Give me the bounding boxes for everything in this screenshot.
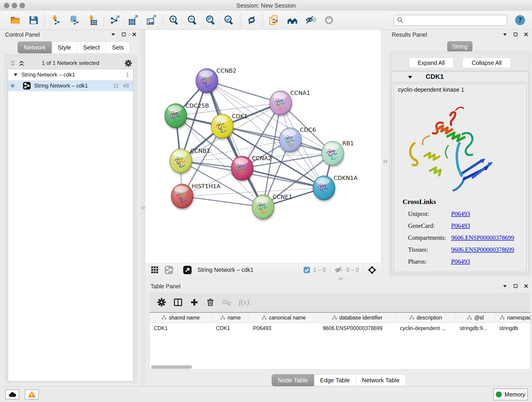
table-cell[interactable]: 9606.ENSP00000378699 [319,323,396,334]
birdseye-grid-icon[interactable] [151,266,159,274]
panel-menu-icon[interactable] [502,32,508,37]
node-label: CCNB1 [190,148,210,154]
home-button[interactable] [286,14,298,27]
selected-checkbox-icon[interactable] [303,266,310,274]
control-panel-splitter[interactable] [140,30,146,386]
expand-all-button[interactable]: Expand All [409,57,454,68]
refresh-button[interactable] [246,14,258,27]
hidden-eye-slash-icon[interactable] [334,265,343,274]
show-hidden-button[interactable] [323,14,335,27]
zoom-in-button[interactable] [168,14,180,27]
panel-close-icon[interactable] [523,32,529,37]
network-edge[interactable] [207,81,281,103]
network-edge[interactable] [242,168,324,188]
memory-button[interactable]: Memory [493,389,528,400]
panel-menu-icon[interactable] [502,283,508,289]
copy-network-button[interactable] [268,14,280,27]
export-network-button[interactable] [109,14,121,27]
add-column-icon[interactable] [190,298,199,307]
tab-network-table[interactable]: Network Table [356,374,406,386]
panel-float-icon[interactable] [513,283,518,289]
panel-float-icon[interactable] [513,32,518,37]
save-session-button[interactable] [27,14,39,27]
table-tabs: Node TableEdge TableNetwork Table [146,374,532,386]
tab-select[interactable]: Select [77,41,106,53]
fit-content-icon[interactable] [367,265,377,274]
panel-float-icon[interactable] [121,32,127,37]
tab-sets[interactable]: Sets [106,41,130,53]
zoom-selected-button[interactable] [223,14,235,27]
column-header-description[interactable]: description [396,313,456,323]
delete-column-icon[interactable] [206,298,215,307]
column-header-canonical-name[interactable]: canonical name [249,313,319,323]
gene-collapse-icon[interactable] [407,74,413,80]
panel-menu-icon[interactable] [110,32,116,37]
column-header--id[interactable]: @id [456,313,495,323]
column-header-shared-name[interactable]: shared name [150,313,212,323]
table-row[interactable]: CDK1CDK1P064939606.ENSP00000378699cyclin… [150,323,531,334]
column-header-name[interactable]: name [212,313,249,323]
table-cell[interactable]: stringdb [495,323,531,334]
table-horizontal-scrollbar[interactable] [151,365,192,369]
panel-close-icon[interactable] [132,32,137,37]
node-table[interactable]: shared name name canonical name database… [149,312,531,370]
tab-edge-table[interactable]: Edge Table [314,374,356,386]
panel-close-icon[interactable] [523,283,529,289]
network-edge[interactable] [182,196,263,207]
column-header-database-identifier[interactable]: database identifier [319,313,396,323]
tab-style[interactable]: Style [52,41,77,53]
gene-card-header[interactable]: CDK1 [392,71,528,82]
open-in-new-window-icon[interactable] [183,265,192,274]
network-node-rb1[interactable]: RB1 [322,140,354,166]
help-button[interactable]: ? [515,15,525,25]
network-edge[interactable] [222,126,333,153]
network-collection-row[interactable]: String Network – cdk1 1 [8,69,133,80]
selected-counts: 1 – 0 [313,267,326,273]
table-panel-splitter[interactable] [146,276,532,281]
tab-string[interactable]: String [447,41,472,52]
table-columns-icon[interactable] [173,298,183,307]
network-row[interactable]: String Network – cdk1 11 48 [8,80,133,91]
crosslink-link[interactable]: P06493 [451,211,470,217]
import-database-button[interactable] [68,14,80,27]
toolbar-separator [104,14,104,27]
warnings-button[interactable] [25,389,39,400]
import-table-button[interactable] [87,14,99,27]
export-table-button[interactable] [127,14,139,27]
gene-result-card: CDK1 cyclin-dependent kinase 1 [392,71,529,274]
table-cell[interactable]: cyclin-dependent ... [396,323,456,334]
table-cell[interactable]: stringdb:9... [456,323,495,334]
main-toolbar: ? [0,11,532,30]
hide-selected-button[interactable] [305,14,317,27]
gear-icon[interactable] [124,59,132,67]
crosslink-link[interactable]: P06493 [451,222,470,230]
results-panel-splitter[interactable] [381,30,389,276]
crosslink-link[interactable]: 9606.ENSP00000378699 [451,246,514,253]
table-gear-icon[interactable] [157,298,166,307]
network-graph[interactable]: CCNB2 CCNA1 CDC25B CDK1 CDC6 RB1 CCNB1 C… [146,30,381,263]
collection-expand-icon[interactable] [13,72,18,77]
zoom-fit-button[interactable] [205,14,217,27]
export-image-button[interactable] [146,14,158,27]
table-cell[interactable]: P06493 [249,323,319,334]
search-input[interactable] [394,15,507,26]
column-header-namespace[interactable]: namespace [495,313,531,323]
table-cell[interactable]: CDK1 [212,323,249,334]
table-cell[interactable]: CDK1 [150,323,212,334]
network-node-ccne1[interactable]: CCNE1 [252,194,292,219]
tab-node-table[interactable]: Node Table [272,374,314,386]
network-view-canvas[interactable]: CCNB2 CCNA1 CDC25B CDK1 CDC6 RB1 CCNB1 C… [146,30,381,263]
cloud-button[interactable] [5,389,19,400]
network-node-cdk1[interactable]: CDK1 [211,113,248,138]
import-network-button[interactable] [50,14,62,27]
open-session-button[interactable] [9,14,21,27]
crosslink-link[interactable]: 9606.ENSP00000378699 [451,234,514,241]
crosslink-link[interactable]: P06493 [451,258,470,265]
network-node-cdkn1a[interactable]: CDKN1A [313,175,358,200]
network-share-icon[interactable] [164,265,173,274]
collapse-all-button[interactable]: Collapse All [462,57,511,68]
zoom-out-button[interactable] [186,14,198,27]
tab-network[interactable]: Network [18,41,52,53]
status-bar: Memory [0,386,532,402]
network-node-ccnb1[interactable]: CCNB1 [170,148,210,173]
